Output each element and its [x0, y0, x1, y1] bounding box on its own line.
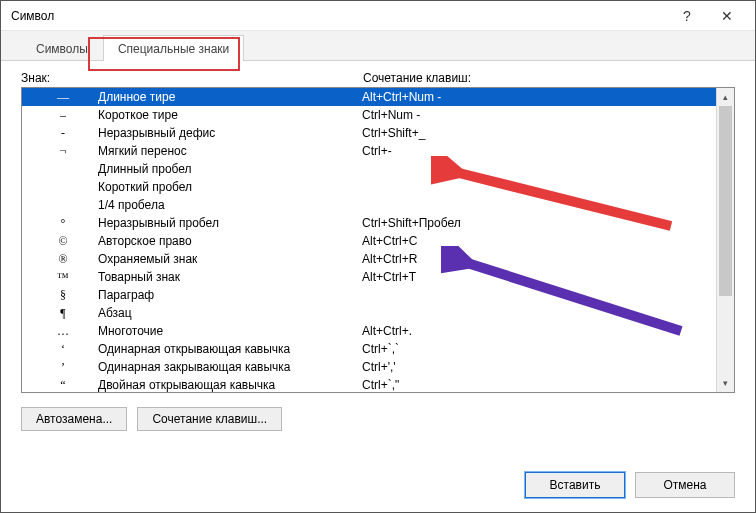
- close-icon[interactable]: ✕: [707, 1, 747, 31]
- scrollbar[interactable]: ▴ ▾: [716, 88, 734, 392]
- row-symbol: “: [28, 376, 98, 393]
- scroll-track[interactable]: [717, 106, 734, 374]
- row-name: Длинный пробел: [98, 160, 362, 178]
- row-symbol: -: [28, 124, 98, 142]
- table-row[interactable]: —Длинное тиреAlt+Ctrl+Num -: [22, 88, 716, 106]
- row-symbol: ’: [28, 358, 98, 376]
- row-name: 1/4 пробела: [98, 196, 362, 214]
- row-shortcut: [362, 304, 716, 322]
- row-symbol: [28, 196, 98, 214]
- table-row[interactable]: ’Одинарная закрывающая кавычкаCtrl+',': [22, 358, 716, 376]
- row-symbol: ®: [28, 250, 98, 268]
- row-name: Неразрывный пробел: [98, 214, 362, 232]
- header-sign: Знак:: [21, 71, 50, 85]
- table-row[interactable]: ‘Одинарная открывающая кавычкаCtrl+`,`: [22, 340, 716, 358]
- row-name: Авторское право: [98, 232, 362, 250]
- row-shortcut: Alt+Ctrl+C: [362, 232, 716, 250]
- row-symbol: ‘: [28, 340, 98, 358]
- row-name: Мягкий перенос: [98, 142, 362, 160]
- scroll-thumb[interactable]: [719, 106, 732, 296]
- scroll-down-icon[interactable]: ▾: [717, 374, 734, 392]
- row-shortcut: Ctrl+Shift+_: [362, 124, 716, 142]
- header-shortcut: Сочетание клавиш:: [363, 71, 471, 85]
- tab-special-characters-label: Специальные знаки: [118, 42, 229, 56]
- row-name: Одинарная открывающая кавычка: [98, 340, 362, 358]
- row-shortcut: Ctrl+`,": [362, 376, 716, 393]
- table-row[interactable]: ©Авторское правоAlt+Ctrl+C: [22, 232, 716, 250]
- shortcut-button[interactable]: Сочетание клавиш...: [137, 407, 282, 431]
- row-shortcut: Ctrl+Num -: [362, 106, 716, 124]
- row-shortcut: Ctrl+Shift+Пробел: [362, 214, 716, 232]
- row-symbol: –: [28, 106, 98, 124]
- row-name: Двойная открывающая кавычка: [98, 376, 362, 393]
- table-row[interactable]: ®Охраняемый знакAlt+Ctrl+R: [22, 250, 716, 268]
- row-name: Абзац: [98, 304, 362, 322]
- row-shortcut: Alt+Ctrl+R: [362, 250, 716, 268]
- row-shortcut: Alt+Ctrl+T: [362, 268, 716, 286]
- row-name: Неразрывный дефис: [98, 124, 362, 142]
- cancel-button[interactable]: Отмена: [635, 472, 735, 498]
- table-row[interactable]: Короткий пробел: [22, 178, 716, 196]
- row-shortcut: Ctrl+`,`: [362, 340, 716, 358]
- row-symbol: §: [28, 286, 98, 304]
- row-name: Охраняемый знак: [98, 250, 362, 268]
- tab-symbols-label: Символы: [36, 42, 88, 56]
- row-name: Короткое тире: [98, 106, 362, 124]
- row-symbol: ¬: [28, 142, 98, 160]
- table-row[interactable]: 1/4 пробела: [22, 196, 716, 214]
- table-row[interactable]: –Короткое тиреCtrl+Num -: [22, 106, 716, 124]
- tab-special-characters[interactable]: Специальные знаки: [103, 35, 244, 61]
- insert-button[interactable]: Вставить: [525, 472, 625, 498]
- table-row[interactable]: …МноготочиеAlt+Ctrl+.: [22, 322, 716, 340]
- row-name: Короткий пробел: [98, 178, 362, 196]
- character-list: —Длинное тиреAlt+Ctrl+Num -–Короткое тир…: [21, 87, 735, 393]
- table-row[interactable]: §Параграф: [22, 286, 716, 304]
- row-shortcut: [362, 178, 716, 196]
- row-name: Параграф: [98, 286, 362, 304]
- table-row[interactable]: ™Товарный знакAlt+Ctrl+T: [22, 268, 716, 286]
- row-symbol: [28, 178, 98, 196]
- lower-button-row: Автозамена... Сочетание клавиш...: [21, 407, 735, 431]
- row-shortcut: Alt+Ctrl+.: [362, 322, 716, 340]
- row-symbol: ©: [28, 232, 98, 250]
- table-row[interactable]: ¶Абзац: [22, 304, 716, 322]
- table-row[interactable]: °Неразрывный пробелCtrl+Shift+Пробел: [22, 214, 716, 232]
- footer-buttons: Вставить Отмена: [525, 472, 735, 498]
- row-symbol: —: [28, 88, 98, 106]
- table-row[interactable]: “Двойная открывающая кавычкаCtrl+`,": [22, 376, 716, 393]
- character-list-rows: —Длинное тиреAlt+Ctrl+Num -–Короткое тир…: [22, 88, 716, 392]
- table-row[interactable]: -Неразрывный дефисCtrl+Shift+_: [22, 124, 716, 142]
- tabstrip: Символы Специальные знаки: [1, 31, 755, 61]
- row-shortcut: [362, 196, 716, 214]
- row-name: Длинное тире: [98, 88, 362, 106]
- tab-symbols[interactable]: Символы: [21, 35, 103, 61]
- row-shortcut: Ctrl+-: [362, 142, 716, 160]
- table-row[interactable]: Длинный пробел: [22, 160, 716, 178]
- row-shortcut: Ctrl+',': [362, 358, 716, 376]
- row-name: Одинарная закрывающая кавычка: [98, 358, 362, 376]
- column-headers: Знак: Сочетание клавиш:: [21, 71, 735, 85]
- row-symbol: [28, 160, 98, 178]
- dialog-body: Знак: Сочетание клавиш: —Длинное тиреAlt…: [1, 61, 755, 443]
- row-name: Многоточие: [98, 322, 362, 340]
- window-title: Символ: [11, 9, 667, 23]
- autocorrect-button[interactable]: Автозамена...: [21, 407, 127, 431]
- row-shortcut: Alt+Ctrl+Num -: [362, 88, 716, 106]
- table-row[interactable]: ¬Мягкий переносCtrl+-: [22, 142, 716, 160]
- titlebar: Символ ? ✕: [1, 1, 755, 31]
- row-name: Товарный знак: [98, 268, 362, 286]
- row-shortcut: [362, 160, 716, 178]
- scroll-up-icon[interactable]: ▴: [717, 88, 734, 106]
- row-symbol: ™: [28, 268, 98, 286]
- row-symbol: …: [28, 322, 98, 340]
- row-symbol: °: [28, 214, 98, 232]
- row-shortcut: [362, 286, 716, 304]
- help-icon[interactable]: ?: [667, 1, 707, 31]
- row-symbol: ¶: [28, 304, 98, 322]
